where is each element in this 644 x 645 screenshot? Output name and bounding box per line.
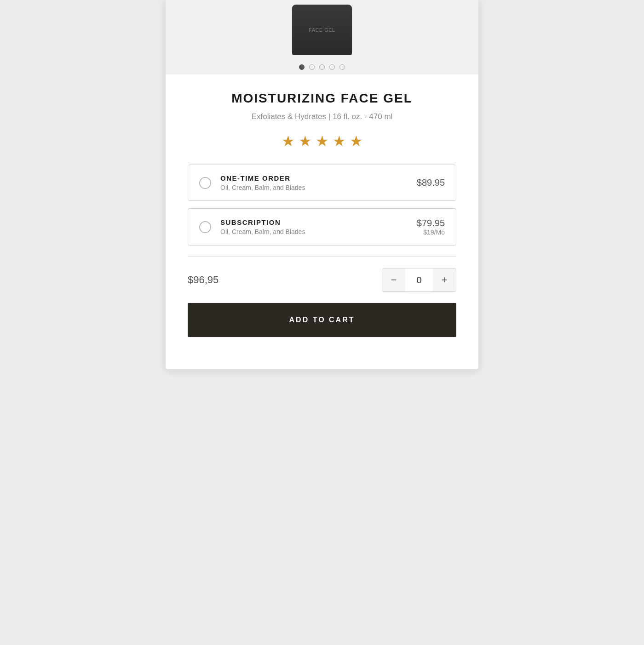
content-section: MOISTURIZING FACE GEL Exfoliates & Hydra… — [166, 74, 478, 351]
star-3: ★ — [316, 132, 329, 150]
carousel-dot-2[interactable] — [309, 64, 315, 70]
bottom-row: $96,95 − 0 + — [188, 268, 456, 292]
one-time-description: Oil, Cream, Balm, and Blades — [220, 184, 408, 191]
one-time-price-container: $89.95 — [417, 177, 445, 188]
quantity-decrease-button[interactable]: − — [382, 268, 405, 291]
quantity-control: − 0 + — [382, 268, 456, 292]
one-time-radio[interactable] — [199, 177, 211, 189]
divider — [188, 257, 456, 257]
one-time-text: ONE-TIME ORDER Oil, Cream, Balm, and Bla… — [220, 174, 408, 191]
carousel-dot-3[interactable] — [319, 64, 325, 70]
product-image-label: FACE GEL — [309, 28, 335, 33]
image-section: FACE GEL — [166, 0, 478, 55]
subscription-title: SUBSCRIPTION — [220, 218, 408, 226]
product-card: FACE GEL MOISTURIZING FACE GEL Exfoliate… — [166, 0, 478, 369]
star-rating: ★ ★ ★ ★ ★ — [188, 132, 456, 150]
star-4: ★ — [333, 132, 346, 150]
page-wrapper: FACE GEL MOISTURIZING FACE GEL Exfoliate… — [0, 0, 644, 645]
carousel-dot-1[interactable] — [299, 64, 305, 70]
subscription-price-sub: $19/Mo — [417, 228, 445, 236]
one-time-title: ONE-TIME ORDER — [220, 174, 408, 182]
product-title: MOISTURIZING FACE GEL — [188, 91, 456, 106]
order-options: ONE-TIME ORDER Oil, Cream, Balm, and Bla… — [188, 165, 456, 245]
total-price: $96,95 — [188, 274, 218, 286]
carousel-dot-4[interactable] — [329, 64, 335, 70]
star-5: ★ — [350, 132, 363, 150]
subscription-description: Oil, Cream, Balm, and Blades — [220, 228, 408, 235]
carousel-dots — [166, 55, 478, 74]
subscription-radio[interactable] — [199, 221, 211, 233]
one-time-price: $89.95 — [417, 177, 445, 188]
subscription-text: SUBSCRIPTION Oil, Cream, Balm, and Blade… — [220, 218, 408, 235]
carousel-dot-5[interactable] — [339, 64, 345, 70]
subscription-price: $79.95 — [417, 218, 445, 228]
add-to-cart-button[interactable]: ADD TO CART — [188, 303, 456, 337]
subscription-price-container: $79.95 $19/Mo — [417, 218, 445, 236]
product-subtitle: Exfoliates & Hydrates | 16 fl. oz. - 470… — [188, 112, 456, 121]
star-2: ★ — [299, 132, 312, 150]
quantity-increase-button[interactable]: + — [433, 268, 456, 291]
product-image: FACE GEL — [292, 5, 352, 55]
star-1: ★ — [282, 132, 295, 150]
one-time-order-option[interactable]: ONE-TIME ORDER Oil, Cream, Balm, and Bla… — [188, 165, 456, 201]
subscription-option[interactable]: SUBSCRIPTION Oil, Cream, Balm, and Blade… — [188, 208, 456, 245]
quantity-value: 0 — [405, 275, 433, 285]
